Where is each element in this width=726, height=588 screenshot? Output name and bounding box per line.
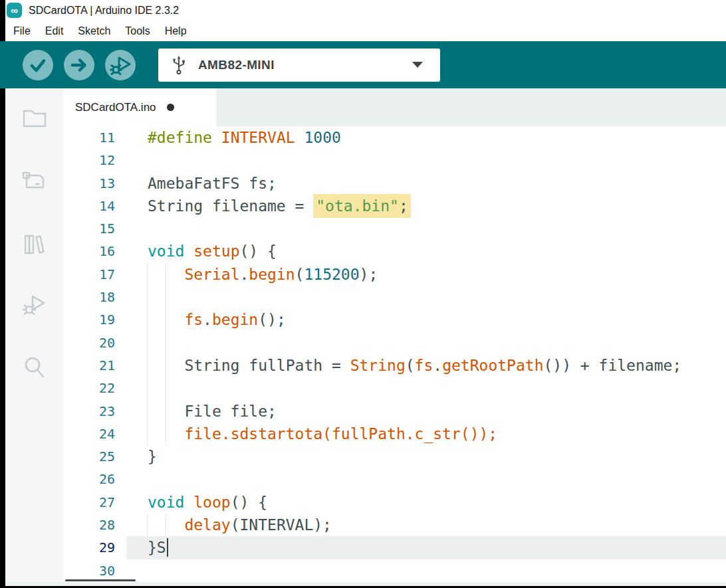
code-editor[interactable]: 11#define INTERVAL 10001213AmebaFatFS fs… <box>63 126 726 582</box>
code-text: Serial.begin(115200); <box>126 263 726 286</box>
code-token: . <box>239 266 249 283</box>
tab-label: SDCardOTA.ino <box>75 101 156 114</box>
line-number: 16 <box>63 240 126 262</box>
menu-sketch[interactable]: Sketch <box>70 21 118 41</box>
code-text: file.sdstartota(fullPath.c_str()); <box>126 423 726 445</box>
line-number: 25 <box>63 445 126 468</box>
code-lines: 11#define INTERVAL 10001213AmebaFatFS fs… <box>63 126 726 582</box>
code-line-24[interactable]: 24 file.sdstartota(fullPath.c_str()); <box>63 423 726 445</box>
code-token <box>184 243 193 260</box>
indent-guide <box>147 286 148 308</box>
library-manager-icon <box>19 229 50 260</box>
code-token: (INTERVAL); <box>231 516 332 534</box>
menu-help[interactable]: Help <box>158 21 194 41</box>
unsaved-changes-dot <box>167 104 174 111</box>
indent-guide <box>147 263 148 286</box>
code-line-27[interactable]: 27void loop() { <box>63 491 726 514</box>
menu-tools[interactable]: Tools <box>118 21 157 41</box>
code-token: File file; <box>148 403 277 420</box>
code-line-29[interactable]: 29}S <box>63 536 726 559</box>
tab-sdcardota-ino[interactable]: SDCardOTA.ino <box>63 88 216 126</box>
search-icon <box>19 352 50 383</box>
code-token: . <box>433 357 442 374</box>
code-text <box>126 559 726 582</box>
line-number: 11 <box>63 126 126 149</box>
code-line-20[interactable]: 20 <box>63 332 726 354</box>
code-line-12[interactable]: 12 <box>63 149 726 171</box>
code-line-26[interactable]: 26 <box>63 468 726 490</box>
code-line-22[interactable]: 22 <box>63 377 726 399</box>
sidebar-item-debug[interactable] <box>5 284 63 326</box>
indent-guide <box>166 423 166 445</box>
code-line-15[interactable]: 15 <box>63 217 726 240</box>
verify-button[interactable] <box>23 50 53 80</box>
toolbar: AMB82-MINI <box>0 41 726 88</box>
code-text: #define INTERVAL 1000 <box>126 126 726 149</box>
code-line-17[interactable]: 17 Serial.begin(115200); <box>63 263 726 286</box>
indent-guide <box>166 514 166 536</box>
indent-guide <box>147 514 148 536</box>
code-token: setup <box>193 243 239 260</box>
highlighted-token: ; <box>399 194 411 218</box>
menu-edit[interactable]: Edit <box>38 21 71 41</box>
bottom-strip <box>5 582 726 586</box>
code-text <box>126 149 726 171</box>
code-token: void <box>148 243 184 260</box>
bug-play-icon <box>105 50 136 80</box>
code-token: #define <box>148 129 212 146</box>
upload-button[interactable] <box>64 50 94 80</box>
line-number: 22 <box>63 377 126 399</box>
code-token: ( <box>406 357 415 374</box>
line-number: 26 <box>63 468 126 490</box>
code-line-11[interactable]: 11#define INTERVAL 1000 <box>63 126 726 149</box>
code-line-30[interactable]: 30 <box>63 559 726 582</box>
code-line-28[interactable]: 28 delay(INTERVAL); <box>63 514 726 536</box>
line-number: 30 <box>63 559 126 582</box>
code-token: } <box>148 448 157 465</box>
infinity-glyph: ∞ <box>11 5 18 16</box>
code-line-25[interactable]: 25} <box>63 445 726 468</box>
code-text: fs.begin(); <box>126 308 726 331</box>
line-number: 24 <box>63 423 126 445</box>
menu-file[interactable]: File <box>5 21 38 41</box>
code-text <box>126 286 726 308</box>
sidebar-item-library-manager[interactable] <box>5 223 63 266</box>
debug-button[interactable] <box>105 50 136 80</box>
code-line-21[interactable]: 21 String fullPath = String(fs.getRootPa… <box>63 354 726 377</box>
line-number: 27 <box>63 491 126 514</box>
code-text: delay(INTERVAL); <box>126 514 726 536</box>
code-token: fs <box>184 311 203 328</box>
code-text <box>126 332 726 354</box>
sidebar-item-boards-manager[interactable] <box>5 160 63 203</box>
board-selector-dropdown[interactable]: AMB82-MINI <box>158 49 440 82</box>
code-text: File file; <box>126 400 726 423</box>
code-line-13[interactable]: 13AmebaFatFS fs; <box>63 172 726 195</box>
code-line-16[interactable]: 16void setup() { <box>63 240 726 262</box>
code-token: () { <box>240 243 277 260</box>
indent-guide <box>166 400 166 423</box>
indent-guide <box>166 308 166 331</box>
code-text: String filename = "ota.bin"; <box>126 195 726 217</box>
indent-guide <box>147 400 148 423</box>
code-line-19[interactable]: 19 fs.begin(); <box>63 308 726 331</box>
code-token: AmebaFatFS fs; <box>148 175 277 192</box>
board-selector-label: AMB82-MINI <box>198 58 275 72</box>
indent-guide <box>147 423 148 445</box>
code-token: String <box>350 357 406 374</box>
checkmark-icon <box>23 50 53 80</box>
code-line-14[interactable]: 14String filename = "ota.bin"; <box>63 195 726 217</box>
sidebar-item-sketchbook[interactable] <box>5 97 63 140</box>
line-number: 21 <box>63 354 126 377</box>
horizontal-scrollbar[interactable] <box>65 579 136 581</box>
code-line-23[interactable]: 23 File file; <box>63 400 726 423</box>
code-token: () { <box>231 494 267 511</box>
code-text <box>126 377 726 399</box>
title-bar: ∞ SDCardOTA | Arduino IDE 2.3.2 <box>5 0 726 21</box>
code-token: Serial <box>184 266 239 283</box>
indent-guide <box>147 308 148 331</box>
code-text: String fullPath = String(fs.getRootPath(… <box>126 354 726 377</box>
code-line-18[interactable]: 18 <box>63 286 726 308</box>
code-token: loop <box>193 494 230 511</box>
code-token: getRootPath <box>442 357 543 374</box>
sidebar-item-search[interactable] <box>5 346 63 389</box>
